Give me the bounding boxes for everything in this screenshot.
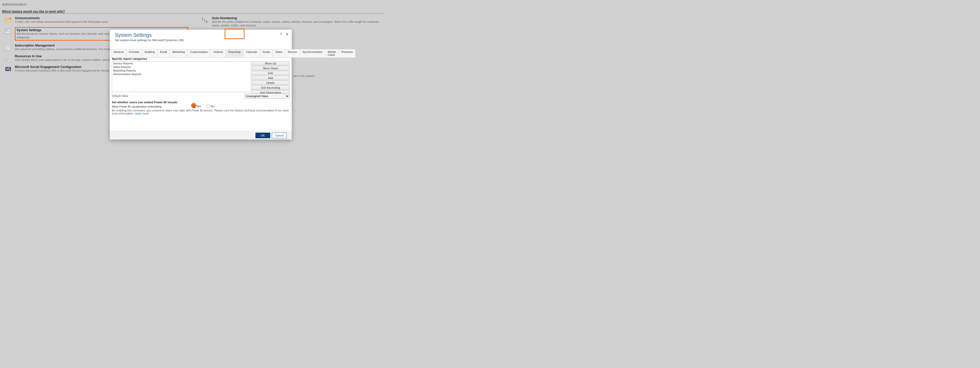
dialog-tabs: General Formats Auditing Email Marketing… bbox=[110, 49, 292, 58]
tab-auditing[interactable]: Auditing bbox=[142, 49, 158, 58]
page-title: Administration bbox=[2, 2, 26, 6]
add-button[interactable]: Add bbox=[251, 76, 290, 80]
divider bbox=[2, 13, 384, 14]
tab-previews[interactable]: Previews bbox=[339, 49, 356, 58]
system-settings-dialog: ? ✕ System Settings Set system-level set… bbox=[110, 30, 292, 139]
radio-no-input[interactable] bbox=[207, 104, 210, 108]
allow-powerbi-label: Allow Power BI visualization embedding bbox=[112, 105, 161, 108]
svg-rect-12 bbox=[6, 58, 7, 61]
radio-yes[interactable]: Yes bbox=[192, 104, 201, 108]
cancel-button[interactable]: Cancel bbox=[272, 133, 286, 138]
dialog-footer: OK Cancel bbox=[110, 131, 292, 139]
tab-marketing[interactable]: Marketing bbox=[170, 49, 188, 58]
svg-rect-14 bbox=[9, 56, 11, 61]
edit-button[interactable]: Edit bbox=[251, 71, 290, 75]
section-question: Which feature would you like to work wit… bbox=[2, 10, 65, 13]
tab-email[interactable]: Email bbox=[157, 49, 170, 58]
tab-outlook[interactable]: Outlook bbox=[210, 49, 226, 58]
svg-text:1: 1 bbox=[202, 17, 204, 21]
tab-customization[interactable]: Customization bbox=[187, 49, 211, 58]
help-icon[interactable]: ? bbox=[280, 32, 282, 36]
radio-yes-input[interactable] bbox=[192, 104, 195, 108]
dialog-title: System Settings bbox=[115, 32, 152, 38]
svg-point-3 bbox=[10, 18, 11, 19]
announcements-icon bbox=[5, 17, 12, 24]
feature-column-right: 123 Auto-Numbering Specify the prefix nu… bbox=[202, 15, 385, 29]
svg-rect-7 bbox=[6, 31, 10, 32]
settings-icon bbox=[5, 27, 12, 35]
feature-announcements[interactable]: Announcements Create, edit, and delete a… bbox=[5, 15, 188, 26]
svg-rect-4 bbox=[5, 29, 11, 33]
section-report-categories: Specify report categories bbox=[112, 57, 147, 60]
svg-text:3: 3 bbox=[206, 20, 207, 24]
feature-title: Auto-Numbering bbox=[212, 16, 385, 20]
svg-rect-15 bbox=[5, 67, 11, 71]
move-up-button[interactable]: Move Up bbox=[251, 61, 290, 66]
allow-powerbi-radio-group: Yes No bbox=[192, 104, 215, 108]
close-icon[interactable]: ✕ bbox=[286, 32, 289, 36]
category-buttons: Move Up Move Down Edit Add Delete Sort A… bbox=[251, 61, 290, 95]
report-categories-list[interactable]: Service Reports Sales Reports Marketing … bbox=[112, 61, 251, 92]
dialog-subtitle: Set system-level settings for Microsoft … bbox=[115, 38, 185, 42]
delete-button[interactable]: Delete bbox=[251, 81, 290, 85]
subscription-icon bbox=[5, 44, 12, 51]
radio-no-label: No bbox=[211, 105, 215, 108]
move-down-button[interactable]: Move Down bbox=[251, 66, 290, 70]
list-item[interactable]: Sales Reports bbox=[112, 65, 251, 69]
consent-text: By enabling this command, you consent to… bbox=[112, 109, 292, 115]
svg-rect-5 bbox=[6, 29, 7, 30]
learn-more-link[interactable]: Learn more bbox=[135, 112, 149, 115]
list-item[interactable]: Service Reports bbox=[112, 62, 251, 65]
tab-sales[interactable]: Sales bbox=[272, 49, 285, 58]
feature-autonumber[interactable]: 123 Auto-Numbering Specify the prefix nu… bbox=[202, 15, 385, 29]
tab-general[interactable]: General bbox=[111, 49, 126, 58]
radio-yes-label: Yes bbox=[196, 105, 201, 108]
list-item[interactable]: Administrative Reports bbox=[112, 72, 251, 76]
list-item[interactable]: Marketing Reports bbox=[112, 69, 251, 72]
ok-button[interactable]: OK bbox=[256, 133, 270, 138]
feature-title: Announcements bbox=[15, 16, 188, 20]
tab-reporting[interactable]: Reporting bbox=[226, 49, 243, 58]
svg-rect-6 bbox=[8, 29, 10, 30]
tab-formats[interactable]: Formats bbox=[126, 49, 142, 58]
svg-text:2: 2 bbox=[204, 19, 205, 22]
tab-synchronization[interactable]: Synchronization bbox=[300, 49, 325, 58]
tab-goals[interactable]: Goals bbox=[260, 49, 273, 58]
svg-rect-13 bbox=[7, 57, 9, 61]
tab-service[interactable]: Service bbox=[285, 49, 300, 58]
feature-desc-truncated: ies in the system. bbox=[293, 74, 315, 78]
social-icon bbox=[5, 66, 12, 73]
feature-desc: Specify the prefix numbers for contracts… bbox=[212, 20, 385, 27]
section-powerbi: Set whether users can embed Power BI vis… bbox=[112, 101, 177, 104]
default-value-label: Default Value bbox=[112, 94, 128, 98]
tab-mobile-client[interactable]: Mobile Client bbox=[325, 49, 339, 58]
autonumber-icon: 123 bbox=[202, 17, 209, 24]
tab-calendar[interactable]: Calendar bbox=[243, 49, 260, 58]
default-value-select[interactable]: Unassigned Value bbox=[245, 94, 290, 99]
radio-no[interactable]: No bbox=[207, 104, 215, 108]
feature-desc: Create, edit, and delete announcements t… bbox=[15, 20, 188, 24]
resources-icon bbox=[5, 55, 12, 62]
sort-asc-button[interactable]: Sort Ascending bbox=[251, 86, 290, 90]
instruction-highlight-tab bbox=[224, 29, 245, 39]
